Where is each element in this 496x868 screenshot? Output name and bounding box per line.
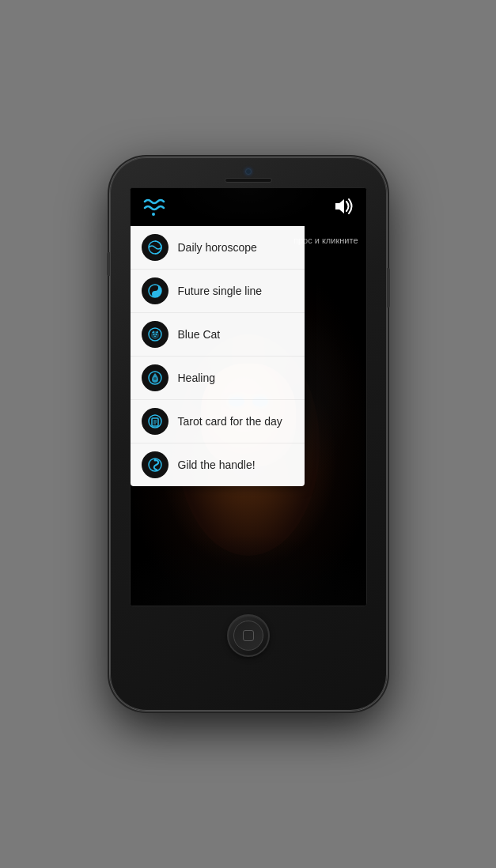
menu-label-blue-cat: Blue Cat [178, 328, 221, 341]
menu-icon-daily-horoscope [142, 234, 168, 261]
speaker-slot [225, 178, 272, 183]
menu-icon-future-single-line [142, 277, 168, 304]
home-button-square [243, 630, 254, 641]
svg-point-11 [155, 334, 157, 335]
menu-item-healing[interactable]: Healing [131, 357, 305, 400]
svg-point-10 [153, 334, 154, 335]
dropdown-menu: Daily horoscope Future single line [131, 226, 305, 486]
screen: прос и кликните Daily horoscope [130, 187, 367, 606]
menu-icon-healing [142, 364, 168, 391]
menu-label-healing: Healing [178, 372, 215, 384]
menu-item-future-single-line[interactable]: Future single line [131, 270, 305, 313]
phone-frame: прос и кликните Daily horoscope [110, 157, 387, 711]
phone-top-bar [110, 157, 387, 187]
menu-icon-blue-cat [142, 321, 168, 348]
home-button[interactable] [227, 614, 270, 657]
menu-label-daily-horoscope: Daily horoscope [178, 241, 257, 254]
aquarius-icon [142, 195, 165, 217]
aquarius-symbol [142, 195, 165, 221]
menu-item-blue-cat[interactable]: Blue Cat [131, 313, 305, 357]
menu-item-gild-handle[interactable]: Gild the handle! [131, 443, 305, 486]
menu-label-tarot-card: Tarot card for the day [178, 415, 282, 428]
speaker-icon [333, 198, 355, 215]
home-button-inner [233, 621, 263, 651]
menu-item-daily-horoscope[interactable]: Daily horoscope [131, 226, 305, 270]
menu-item-tarot-card[interactable]: Tarot card for the day [131, 400, 305, 443]
svg-marker-1 [335, 199, 344, 213]
svg-point-5 [153, 293, 156, 296]
svg-point-13 [153, 377, 157, 380]
sound-icon[interactable] [333, 198, 355, 219]
camera-dot [245, 168, 252, 175]
svg-point-4 [153, 287, 156, 289]
menu-label-future-single-line: Future single line [178, 285, 263, 297]
app-header [131, 188, 366, 228]
svg-point-20 [153, 459, 156, 462]
menu-label-gild-handle: Gild the handle! [178, 459, 256, 471]
menu-icon-tarot-card [142, 408, 168, 435]
menu-icon-gild-handle [142, 451, 168, 478]
svg-point-0 [152, 213, 155, 216]
